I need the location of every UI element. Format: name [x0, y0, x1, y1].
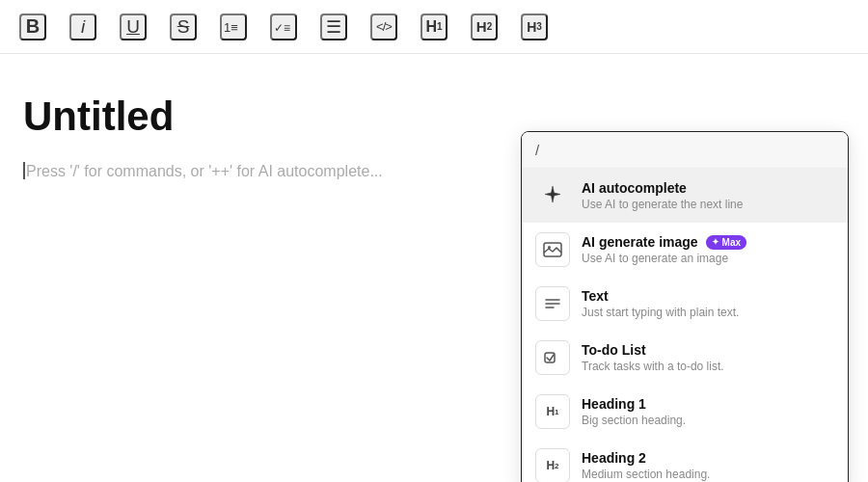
command-item-heading2[interactable]: H2 Heading 2 Medium section heading.	[522, 439, 848, 482]
command-search-bar[interactable]: /	[522, 132, 848, 169]
command-text-ai-autocomplete: AI autocomplete Use AI to generate the n…	[582, 180, 834, 211]
badge-star-icon: ✦	[712, 237, 719, 247]
heading3-toolbar-button[interactable]: H3	[521, 13, 548, 40]
command-menu: / AI autocomplete Use AI to generate the…	[521, 131, 849, 482]
command-text-ai-generate-image: AI generate image ✦ Max Use AI to genera…	[582, 234, 834, 265]
underline-button[interactable]: U	[120, 13, 147, 40]
command-item-ai-autocomplete[interactable]: AI autocomplete Use AI to generate the n…	[522, 169, 848, 223]
svg-text:✓≡: ✓≡	[274, 21, 290, 35]
heading1-toolbar-button[interactable]: H1	[420, 13, 448, 40]
svg-text:1≡: 1≡	[224, 20, 238, 35]
command-text-todo: To-do List Track tasks with a to-do list…	[582, 342, 834, 373]
command-item-todo-list[interactable]: To-do List Track tasks with a to-do list…	[522, 331, 848, 385]
max-badge: ✦ Max	[706, 235, 746, 250]
heading2-toolbar-button[interactable]: H2	[471, 13, 498, 40]
command-item-text[interactable]: Text Just start typing with plain text.	[522, 277, 848, 331]
command-text-heading1: Heading 1 Big section heading.	[582, 396, 834, 427]
bold-button[interactable]: B	[19, 13, 46, 40]
image-icon	[535, 232, 570, 267]
toolbar: B i U S 1≡ ✓≡ ☰ </> H1 H2 H3	[0, 0, 868, 54]
h1-icon: H1	[535, 394, 570, 429]
text-cursor	[23, 162, 25, 179]
command-item-ai-generate-image[interactable]: AI generate image ✦ Max Use AI to genera…	[522, 223, 848, 277]
code-button[interactable]: </>	[370, 13, 397, 40]
bulleted-list-button[interactable]: ☰	[320, 13, 347, 40]
command-text-heading2: Heading 2 Medium section heading.	[582, 450, 834, 481]
strikethrough-button[interactable]: S	[170, 13, 197, 40]
command-item-heading1[interactable]: H1 Heading 1 Big section heading.	[522, 385, 848, 439]
checklist-button[interactable]: ✓≡	[270, 13, 297, 40]
italic-button[interactable]: i	[69, 13, 96, 40]
command-list: AI autocomplete Use AI to generate the n…	[522, 169, 848, 482]
h2-icon: H2	[535, 448, 570, 482]
ai-star-icon	[535, 178, 570, 213]
checkbox-icon	[535, 340, 570, 375]
numbered-list-button[interactable]: 1≡	[220, 13, 247, 40]
text-icon	[535, 286, 570, 321]
command-text-text: Text Just start typing with plain text.	[582, 288, 834, 319]
editor-area: Untitled Press '/' for commands, or '++'…	[0, 54, 868, 206]
